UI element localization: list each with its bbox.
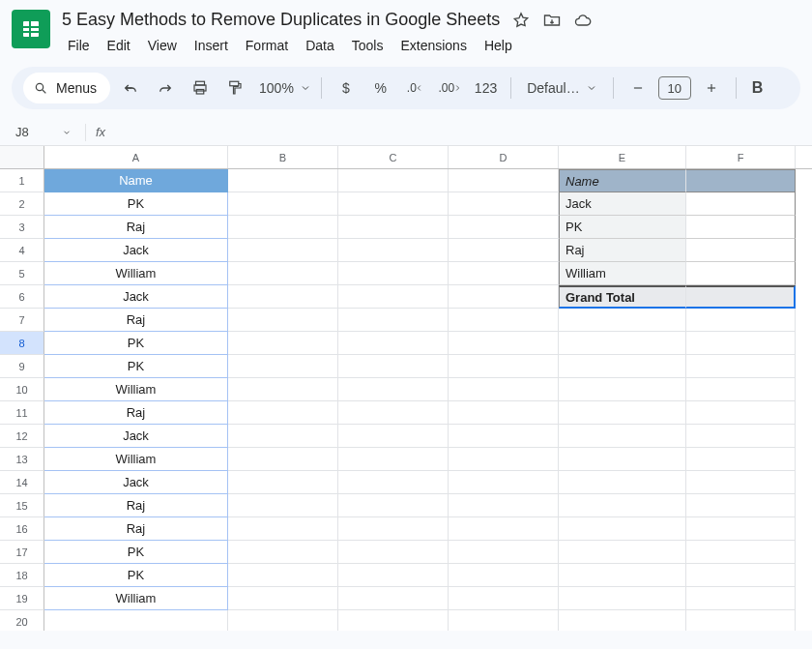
cell-B14[interactable] <box>228 471 338 494</box>
cell-D17[interactable] <box>449 541 559 564</box>
menu-format[interactable]: Format <box>238 34 296 57</box>
cell-F14[interactable] <box>686 471 796 494</box>
row-header[interactable]: 5 <box>0 262 44 285</box>
cell-B15[interactable] <box>228 494 338 517</box>
cell-A16[interactable]: Raj <box>44 517 228 541</box>
select-all-corner[interactable] <box>0 146 44 168</box>
row-header[interactable]: 9 <box>0 355 44 378</box>
cell-D12[interactable] <box>449 425 559 448</box>
col-header-E[interactable]: E <box>559 146 686 168</box>
cell-D20[interactable] <box>449 610 559 631</box>
row-header[interactable]: 20 <box>0 610 44 631</box>
cell-F19[interactable] <box>686 587 796 610</box>
cell-B9[interactable] <box>228 355 338 378</box>
cell-C19[interactable] <box>338 587 449 610</box>
decrease-decimal-button[interactable]: .0 <box>401 74 430 103</box>
cell-A19[interactable]: William <box>44 587 228 610</box>
cell-B19[interactable] <box>228 587 338 610</box>
cell-B6[interactable] <box>228 285 338 309</box>
cell-D3[interactable] <box>449 216 559 239</box>
cell-D6[interactable] <box>449 285 559 309</box>
cell-B5[interactable] <box>228 262 338 285</box>
cell-F17[interactable] <box>686 541 796 564</box>
cell-E20[interactable] <box>559 610 686 631</box>
increase-font-size-button[interactable] <box>697 74 726 103</box>
menu-file[interactable]: File <box>60 34 98 57</box>
font-size-input[interactable]: 10 <box>658 76 691 100</box>
row-header[interactable]: 11 <box>0 401 44 425</box>
menu-edit[interactable]: Edit <box>100 34 138 57</box>
cell-D4[interactable] <box>449 239 559 262</box>
move-to-folder-icon[interactable] <box>542 11 562 30</box>
cell-A1-header[interactable]: Name <box>44 169 228 192</box>
cell-C13[interactable] <box>338 448 449 471</box>
cell-F5[interactable] <box>686 262 796 285</box>
formula-bar-input[interactable] <box>115 119 804 145</box>
row-header[interactable]: 7 <box>0 309 44 332</box>
cell-A3[interactable]: Raj <box>44 216 228 239</box>
row-header[interactable]: 15 <box>0 494 44 517</box>
cell-C5[interactable] <box>338 262 449 285</box>
col-header-D[interactable]: D <box>449 146 559 168</box>
cell-B2[interactable] <box>228 192 338 216</box>
cell-C16[interactable] <box>338 517 449 541</box>
col-header-A[interactable]: A <box>44 146 228 168</box>
menu-view[interactable]: View <box>140 34 185 57</box>
paint-format-button[interactable] <box>220 74 249 103</box>
cell-C4[interactable] <box>338 239 449 262</box>
cell-D7[interactable] <box>449 309 559 332</box>
cell-A2[interactable]: PK <box>44 192 228 216</box>
row-header[interactable]: 19 <box>0 587 44 610</box>
cell-A7[interactable]: Raj <box>44 309 228 332</box>
cell-B16[interactable] <box>228 517 338 541</box>
cell-E13[interactable] <box>559 448 686 471</box>
cell-F12[interactable] <box>686 425 796 448</box>
cell-F4[interactable] <box>686 239 796 262</box>
cell-E10[interactable] <box>559 378 686 401</box>
cell-D18[interactable] <box>449 564 559 587</box>
menu-extensions[interactable]: Extensions <box>392 34 474 57</box>
cell-F6[interactable] <box>686 285 796 309</box>
cell-D15[interactable] <box>449 494 559 517</box>
cell-C9[interactable] <box>338 355 449 378</box>
cell-B20[interactable] <box>228 610 338 631</box>
cell-B12[interactable] <box>228 425 338 448</box>
cell-C10[interactable] <box>338 378 449 401</box>
cell-B7[interactable] <box>228 309 338 332</box>
cell-D1[interactable] <box>449 169 559 192</box>
cell-C2[interactable] <box>338 192 449 216</box>
cell-B8[interactable] <box>228 332 338 355</box>
search-menus-button[interactable]: Menus <box>23 73 110 103</box>
cell-F3[interactable] <box>686 216 796 239</box>
bold-button[interactable]: B <box>746 79 769 97</box>
row-header[interactable]: 16 <box>0 517 44 541</box>
menu-data[interactable]: Data <box>298 34 342 57</box>
cell-A9[interactable]: PK <box>44 355 228 378</box>
zoom-selector[interactable]: 100% <box>255 80 311 96</box>
cell-F7[interactable] <box>686 309 796 332</box>
decrease-font-size-button[interactable] <box>624 74 652 103</box>
cell-B3[interactable] <box>228 216 338 239</box>
cell-A11[interactable]: Raj <box>44 401 228 425</box>
col-header-C[interactable]: C <box>338 146 449 168</box>
increase-decimal-button[interactable]: .00 <box>436 74 465 103</box>
cell-E6[interactable]: Grand Total <box>559 285 686 309</box>
cell-D9[interactable] <box>449 355 559 378</box>
cell-E19[interactable] <box>559 587 686 610</box>
menu-help[interactable]: Help <box>477 34 520 57</box>
cell-D5[interactable] <box>449 262 559 285</box>
cell-E16[interactable] <box>559 517 686 541</box>
menu-tools[interactable]: Tools <box>344 34 392 57</box>
cell-C8[interactable] <box>338 332 449 355</box>
cell-A18[interactable]: PK <box>44 564 228 587</box>
cell-D2[interactable] <box>449 192 559 216</box>
cell-A8[interactable]: PK <box>44 332 228 355</box>
cell-B4[interactable] <box>228 239 338 262</box>
redo-button[interactable] <box>151 74 180 103</box>
cell-C7[interactable] <box>338 309 449 332</box>
cell-F20[interactable] <box>686 610 796 631</box>
cell-E17[interactable] <box>559 541 686 564</box>
cell-D8[interactable] <box>449 332 559 355</box>
currency-button[interactable]: $ <box>332 74 361 103</box>
cell-D11[interactable] <box>449 401 559 425</box>
